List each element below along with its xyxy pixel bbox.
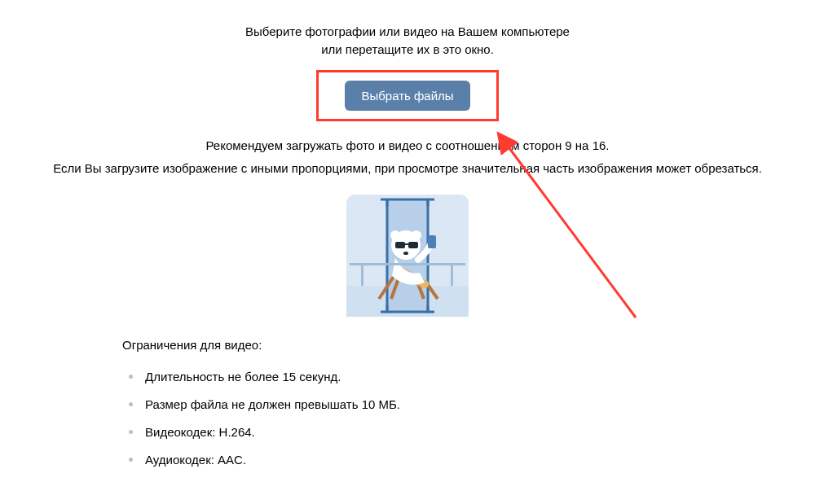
lead-line-1: Выберите фотографии или видео на Вашем к… [33,23,782,41]
svg-rect-14 [451,263,453,286]
choose-files-button[interactable]: Выбрать файлы [345,81,469,111]
list-item: Размер файла не должен превышать 10 МБ. [122,391,693,419]
svg-point-10 [403,252,408,255]
video-limits-title: Ограничения для видео: [122,338,693,352]
svg-rect-8 [408,242,418,248]
list-item: Видеокодек: H.264. [122,419,693,446]
lead-line-2: или перетащите их в это окно. [33,41,782,59]
annotation-highlight-box: Выбрать файлы [316,70,498,121]
svg-point-6 [412,230,421,240]
advice-line-2: Если Вы загрузите изображение с иными пр… [33,159,782,178]
svg-rect-13 [361,263,363,286]
list-item: Аудиокодек: AAC. [122,446,693,474]
aspect-ratio-illustration [346,195,469,317]
advice-line-1: Рекомендуем загружать фото и видео с соо… [33,136,782,156]
svg-rect-9 [405,243,408,245]
svg-point-5 [390,230,400,240]
list-item: Длительность не более 15 секунд. [122,363,693,391]
svg-rect-11 [428,235,436,248]
svg-rect-12 [350,263,465,265]
svg-rect-7 [395,242,405,248]
video-limits-list: Длительность не более 15 секунд. Размер … [122,363,693,474]
